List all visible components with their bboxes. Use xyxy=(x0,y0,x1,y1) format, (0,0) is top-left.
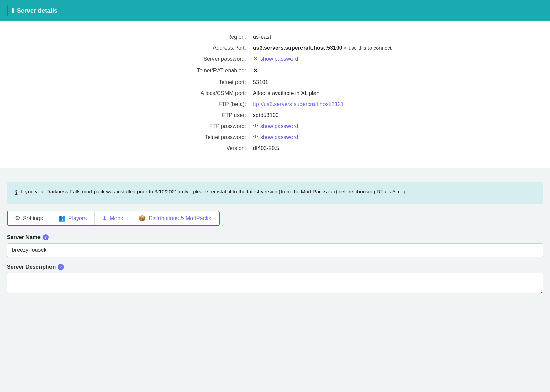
server-name-input[interactable] xyxy=(7,243,543,257)
server-details-table: Region: us-east Address:Port: us3.server… xyxy=(21,32,529,154)
field-value-telnet-rat: ✕ xyxy=(250,65,529,77)
main-content: Region: us-east Address:Port: us3.server… xyxy=(0,21,550,168)
field-value-telnet-port: 53101 xyxy=(250,77,529,88)
header-title-box: ℹ Server details xyxy=(7,5,62,16)
field-label-ftp-user: FTP user: xyxy=(21,110,250,121)
tab-players[interactable]: 👥 Players xyxy=(51,211,95,225)
server-name-help-icon[interactable]: ? xyxy=(43,234,49,240)
form-section: Server Name ? Server Description ? xyxy=(7,234,543,295)
header: ℹ Server details xyxy=(0,0,550,21)
table-row: Telnet/RAT enabled: ✕ xyxy=(21,65,529,77)
tab-settings-label: Settings xyxy=(23,215,43,222)
field-value-telnet-password[interactable]: 👁 show password xyxy=(250,132,529,143)
field-value-version: df403-20.5 xyxy=(250,143,529,154)
cross-icon: ✕ xyxy=(253,67,258,74)
table-row: Server password: 👁 show password xyxy=(21,54,529,65)
server-name-label-text: Server Name xyxy=(7,234,41,240)
field-label-address: Address:Port: xyxy=(21,43,250,54)
tab-players-label: Players xyxy=(68,215,87,222)
field-value-ftp-password[interactable]: 👁 show password xyxy=(250,121,529,132)
server-description-help-icon[interactable]: ? xyxy=(58,264,64,270)
eye-icon: 👁 xyxy=(253,56,258,62)
info-icon: ℹ xyxy=(12,7,14,14)
notice-text: If you your Darkness Falls mod-pack was … xyxy=(21,188,406,196)
tabs-container: ⚙ Settings 👥 Players ⬇ Mods 📦 Distributi… xyxy=(7,211,220,226)
show-ftp-password-label: show password xyxy=(260,123,298,130)
server-description-input[interactable] xyxy=(7,273,543,293)
table-row: Telnet port: 53101 xyxy=(21,77,529,88)
tab-mods-label: Mods xyxy=(110,215,123,222)
field-value-allocs: Alloc is available in XL plan xyxy=(250,88,529,99)
field-label-telnet-port: Telnet port: xyxy=(21,77,250,88)
field-value-ftp-user: sdtd53100 xyxy=(250,110,529,121)
show-server-password-label: show password xyxy=(260,56,298,62)
table-row: Allocs/CSMM port: Alloc is available in … xyxy=(21,88,529,99)
field-value-region: us-east xyxy=(250,32,529,43)
distro-icon: 📦 xyxy=(139,215,146,222)
field-label-server-password: Server password: xyxy=(21,54,250,65)
info-notice: ℹ If you your Darkness Falls mod-pack wa… xyxy=(7,182,543,204)
field-label-region: Region: xyxy=(21,32,250,43)
field-value-ftp[interactable]: ftp://us3.servers.supercraft.host:2121 xyxy=(250,99,529,110)
players-icon: 👥 xyxy=(58,215,66,222)
table-row: FTP (beta): ftp://us3.servers.supercraft… xyxy=(21,99,529,110)
field-label-ftp-password: FTP password: xyxy=(21,121,250,132)
notice-icon: ℹ xyxy=(15,188,18,198)
table-row: Telnet password: 👁 show password xyxy=(21,132,529,143)
server-description-label-text: Server Description xyxy=(7,264,56,270)
table-row: Version: df403-20.5 xyxy=(21,143,529,154)
server-name-label: Server Name ? xyxy=(7,234,543,240)
field-value-address: us3.servers.supercraft.host:53100 <-use … xyxy=(250,43,529,54)
settings-icon: ⚙ xyxy=(15,215,20,222)
show-ftp-password-link[interactable]: 👁 show password xyxy=(253,123,298,130)
tab-distro[interactable]: 📦 Distributions & ModPacks xyxy=(131,211,219,225)
table-row: FTP user: sdtd53100 xyxy=(21,110,529,121)
tab-settings[interactable]: ⚙ Settings xyxy=(8,211,51,225)
field-label-telnet-rat: Telnet/RAT enabled: xyxy=(21,65,250,77)
field-label-version: Version: xyxy=(21,143,250,154)
table-row: Region: us-east xyxy=(21,32,529,43)
ftp-link[interactable]: ftp://us3.servers.supercraft.host:2121 xyxy=(253,101,344,107)
tab-mods[interactable]: ⬇ Mods xyxy=(95,211,131,225)
address-value: us3.servers.supercraft.host:53100 xyxy=(253,45,342,51)
show-server-password-link[interactable]: 👁 show password xyxy=(253,56,298,62)
table-row: Address:Port: us3.servers.supercraft.hos… xyxy=(21,43,529,54)
server-description-group: Server Description ? xyxy=(7,264,543,295)
eye-icon-telnet: 👁 xyxy=(253,134,258,141)
show-telnet-password-link[interactable]: 👁 show password xyxy=(253,134,298,141)
field-label-ftp: FTP (beta): xyxy=(21,99,250,110)
server-name-group: Server Name ? xyxy=(7,234,543,257)
tab-distro-label: Distributions & ModPacks xyxy=(148,215,211,222)
server-description-label: Server Description ? xyxy=(7,264,543,270)
show-telnet-password-label: show password xyxy=(260,134,298,141)
divider xyxy=(0,175,550,175)
eye-icon-ftp: 👁 xyxy=(253,123,258,130)
field-value-server-password[interactable]: 👁 show password xyxy=(250,54,529,65)
table-row: FTP password: 👁 show password xyxy=(21,121,529,132)
mods-icon: ⬇ xyxy=(102,215,107,222)
field-label-allocs: Allocs/CSMM port: xyxy=(21,88,250,99)
field-label-telnet-password: Telnet password: xyxy=(21,132,250,143)
header-title: Server details xyxy=(17,7,57,14)
tabs-section: ⚙ Settings 👥 Players ⬇ Mods 📦 Distributi… xyxy=(7,211,543,226)
connect-hint: <-use this to connect xyxy=(344,45,392,51)
